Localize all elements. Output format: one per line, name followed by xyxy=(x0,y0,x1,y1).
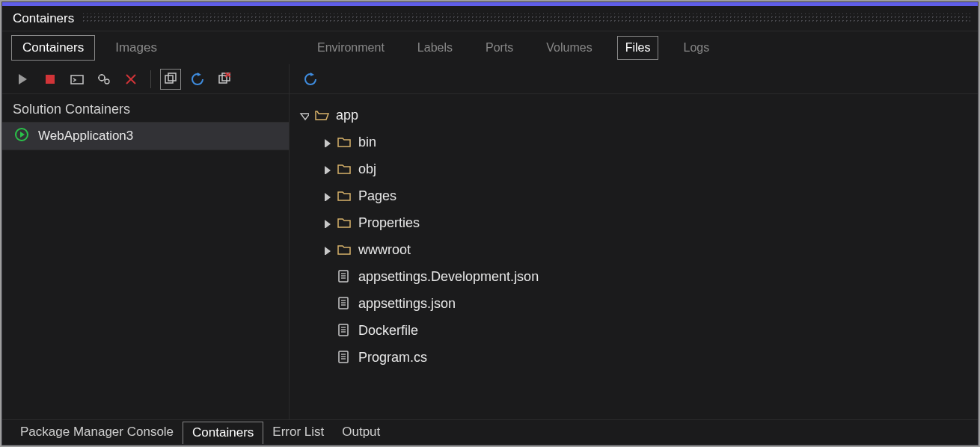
start-button[interactable] xyxy=(13,69,34,90)
node-label: bin xyxy=(358,135,376,150)
terminal-button[interactable] xyxy=(67,69,88,90)
node-label: app xyxy=(336,108,358,123)
prune-button[interactable] xyxy=(214,69,235,90)
mode-tabs: ContainersImages xyxy=(11,35,177,61)
expander-spacer xyxy=(319,324,333,337)
bottom-tab-containers[interactable]: Containers xyxy=(183,422,263,444)
node-label: wwwroot xyxy=(358,242,411,258)
detail-tab-labels[interactable]: Labels xyxy=(409,36,461,60)
file-icon xyxy=(336,322,352,339)
container-list: WebApplication3 xyxy=(2,122,289,419)
expander-icon[interactable] xyxy=(319,189,333,203)
expander-icon[interactable] xyxy=(319,135,333,149)
settings-button[interactable] xyxy=(94,69,114,90)
panel-title-bar: Containers xyxy=(2,6,978,31)
folder-icon xyxy=(336,188,352,204)
folder-icon xyxy=(336,161,352,177)
node-label: appsettings.Development.json xyxy=(358,269,539,285)
container-name: WebApplication3 xyxy=(38,129,133,144)
folder-icon xyxy=(313,107,330,123)
expander-icon[interactable] xyxy=(319,216,333,229)
detail-tabs: EnvironmentLabelsPortsVolumesFilesLogs xyxy=(298,36,978,60)
file-icon xyxy=(336,268,352,285)
stop-button[interactable] xyxy=(40,69,61,90)
container-item[interactable]: WebApplication3 xyxy=(2,122,289,150)
node-label: Pages xyxy=(358,188,396,204)
expander-icon[interactable] xyxy=(319,162,333,176)
remove-button[interactable] xyxy=(120,69,141,90)
tree-folder[interactable]: Properties xyxy=(297,209,978,236)
detail-tab-volumes[interactable]: Volumes xyxy=(538,36,600,60)
panel-title: Containers xyxy=(13,11,74,26)
tree-folder[interactable]: wwwroot xyxy=(297,236,978,263)
expander-icon[interactable] xyxy=(319,243,333,256)
right-toolbar xyxy=(290,64,978,94)
expander-spacer xyxy=(319,297,333,310)
tree-file[interactable]: appsettings.Development.json xyxy=(297,263,978,290)
refresh-containers-button[interactable] xyxy=(187,69,208,90)
toolbar-separator xyxy=(150,70,151,88)
mode-tab-containers[interactable]: Containers xyxy=(11,35,95,61)
detail-tab-ports[interactable]: Ports xyxy=(477,36,521,60)
bottom-tab-error-list[interactable]: Error List xyxy=(263,422,333,444)
detail-tab-logs[interactable]: Logs xyxy=(675,36,717,60)
left-pane: Solution Containers WebApplication3 xyxy=(2,64,290,419)
folder-icon xyxy=(336,215,352,231)
upper-row: ContainersImages EnvironmentLabelsPortsV… xyxy=(2,31,978,64)
containers-panel-window: Containers ContainersImages EnvironmentL… xyxy=(1,1,979,446)
tree-folder[interactable]: obj xyxy=(297,155,978,182)
tree-folder[interactable]: Pages xyxy=(297,182,978,209)
node-label: Properties xyxy=(358,215,420,231)
node-label: obj xyxy=(358,161,376,177)
detail-tab-environment[interactable]: Environment xyxy=(309,36,393,60)
bottom-tab-output[interactable]: Output xyxy=(333,422,389,444)
tree-root[interactable]: app xyxy=(297,102,978,129)
node-label: appsettings.json xyxy=(358,296,456,312)
refresh-files-button[interactable] xyxy=(300,69,321,90)
tree-folder[interactable]: bin xyxy=(297,129,978,155)
bottom-tab-package-manager-console[interactable]: Package Manager Console xyxy=(11,422,183,444)
grip-handle[interactable] xyxy=(82,13,970,24)
tree-file[interactable]: appsettings.json xyxy=(297,290,978,317)
expander-spacer xyxy=(319,270,333,283)
folder-icon xyxy=(336,134,352,150)
compose-button[interactable] xyxy=(160,69,181,90)
file-tree: appbinobjPagesPropertieswwwrootappsettin… xyxy=(290,94,978,419)
file-icon xyxy=(336,349,352,366)
mode-tab-images[interactable]: Images xyxy=(104,35,168,61)
tree-file[interactable]: Dockerfile xyxy=(297,317,978,344)
tree-file[interactable]: Program.cs xyxy=(297,344,978,371)
expander-spacer xyxy=(319,351,333,364)
bottom-tabs: Package Manager ConsoleContainersError L… xyxy=(2,419,978,445)
node-label: Program.cs xyxy=(358,350,427,366)
folder-icon xyxy=(336,241,352,258)
running-status-icon xyxy=(14,127,29,146)
detail-tab-files[interactable]: Files xyxy=(617,36,659,60)
file-icon xyxy=(336,295,352,312)
section-header: Solution Containers xyxy=(2,94,289,122)
expander-icon[interactable] xyxy=(297,108,310,122)
content-area: Solution Containers WebApplication3 appb… xyxy=(2,64,978,419)
node-label: Dockerfile xyxy=(358,323,418,339)
left-toolbar xyxy=(2,64,289,94)
right-pane: appbinobjPagesPropertieswwwrootappsettin… xyxy=(290,64,978,419)
